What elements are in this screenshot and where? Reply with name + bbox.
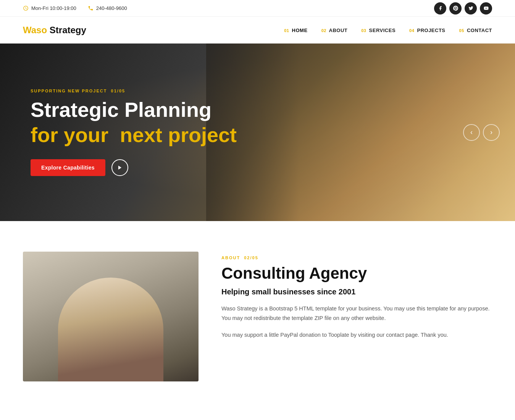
about-body2: You may support a little PayPal donation…: [221, 330, 492, 340]
nav-link-about[interactable]: 02 ABOUT: [321, 27, 348, 33]
phone-icon: [88, 5, 94, 11]
hero-title-accent: next project: [120, 123, 237, 146]
logo[interactable]: Waso Strategy: [23, 25, 86, 36]
hero-actions: Explore Capabilities: [31, 159, 237, 176]
navbar: Waso Strategy 01 HOME 02 ABOUT 03 SERVIC…: [0, 17, 515, 44]
hero-title-line1: Strategic Planning: [31, 99, 237, 121]
pinterest-icon[interactable]: [449, 2, 462, 15]
logo-word1: Waso: [23, 25, 47, 35]
phone-item: 240-480-9600: [88, 5, 127, 11]
svg-marker-1: [118, 166, 121, 170]
phone-text: 240-480-9600: [96, 5, 127, 11]
youtube-icon[interactable]: [480, 2, 492, 15]
nav-item-contact[interactable]: 05 CONTACT: [459, 27, 492, 34]
about-eyebrow: ABOUT 02/05: [221, 255, 492, 260]
explore-button[interactable]: Explore Capabilities: [31, 159, 105, 176]
about-eyebrow-text: ABOUT: [221, 255, 240, 260]
hours-item: Mon-Fri 10:00-19:00: [23, 5, 76, 11]
nav-link-projects[interactable]: 04 PROJECTS: [409, 27, 445, 33]
hero-section: SUPPORTING NEW PROJECT 01/05 Strategic P…: [0, 44, 515, 221]
hero-content: SUPPORTING NEW PROJECT 01/05 Strategic P…: [0, 89, 237, 176]
hero-eyebrow: SUPPORTING NEW PROJECT 01/05: [31, 89, 237, 93]
hero-supporting-text: SUPPORTING NEW PROJECT: [31, 89, 107, 93]
logo-word2: Strategy: [47, 25, 86, 35]
play-icon: [117, 165, 123, 170]
top-bar-left: Mon-Fri 10:00-19:00 240-480-9600: [23, 5, 127, 11]
hero-slide-num: 01/05: [111, 89, 126, 93]
prev-arrow-icon: ‹: [470, 128, 473, 136]
social-links: [434, 2, 492, 15]
nav-item-about[interactable]: 02 ABOUT: [321, 27, 348, 34]
about-title: Consulting Agency: [221, 265, 492, 282]
top-bar: Mon-Fri 10:00-19:00 240-480-9600: [0, 0, 515, 17]
about-section: ABOUT 02/05 Consulting Agency Helping sm…: [0, 221, 515, 412]
hero-title-line2: for your next project: [31, 124, 237, 146]
nav-item-services[interactable]: 03 SERVICES: [361, 27, 396, 34]
play-button[interactable]: [111, 159, 128, 176]
nav-item-projects[interactable]: 04 PROJECTS: [409, 27, 445, 34]
nav-link-home[interactable]: 01 HOME: [284, 27, 307, 33]
about-image: [23, 252, 199, 381]
facebook-icon[interactable]: [434, 2, 446, 15]
hero-arrows: ‹ ›: [463, 124, 500, 141]
twitter-icon[interactable]: [465, 2, 477, 15]
about-subtitle: Helping small businesses since 2001: [221, 288, 492, 296]
hours-text: Mon-Fri 10:00-19:00: [31, 5, 76, 11]
nav-links: 01 HOME 02 ABOUT 03 SERVICES 04 PROJECTS…: [284, 27, 492, 34]
prev-slide-button[interactable]: ‹: [463, 124, 480, 141]
about-eyebrow-num: 02/05: [244, 255, 258, 260]
next-arrow-icon: ›: [490, 128, 492, 136]
nav-link-contact[interactable]: 05 CONTACT: [459, 27, 492, 33]
hero-title-plain: for your: [31, 123, 108, 146]
nav-item-home[interactable]: 01 HOME: [284, 27, 307, 34]
next-slide-button[interactable]: ›: [483, 124, 500, 141]
nav-link-services[interactable]: 03 SERVICES: [361, 27, 396, 33]
about-content: ABOUT 02/05 Consulting Agency Helping sm…: [221, 252, 492, 381]
about-body1: Waso Strategy is a Bootstrap 5 HTML temp…: [221, 304, 492, 323]
clock-icon: [23, 5, 29, 11]
